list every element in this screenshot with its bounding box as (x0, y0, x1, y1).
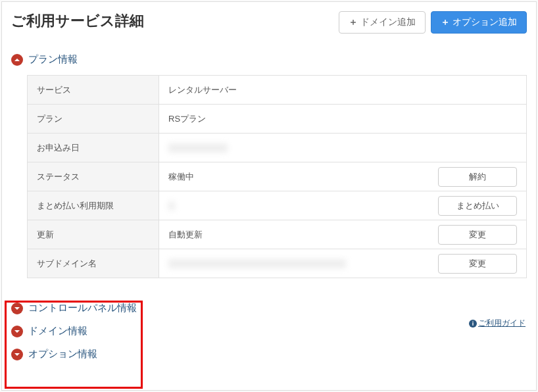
table-row: 更新 自動更新 変更 (28, 220, 526, 249)
header-row: ご利用サービス詳細 ＋ ドメイン追加 ＋ オプション追加 (11, 11, 527, 34)
row-value: RSプラン (168, 113, 206, 125)
add-domain-label: ドメイン追加 (360, 16, 416, 28)
redacted-value (168, 259, 346, 268)
plus-icon: ＋ (441, 16, 450, 28)
section-title-plan: プラン情報 (28, 53, 78, 66)
plus-icon: ＋ (349, 16, 358, 28)
add-option-label: オプション追加 (452, 16, 517, 28)
section-toggle-domain[interactable]: ドメイン情報 (11, 320, 527, 343)
row-value-cell: 自動更新 変更 (159, 220, 526, 249)
row-label: 更新 (28, 220, 159, 249)
chevron-up-icon (11, 54, 23, 66)
table-row: サブドメイン名 変更 (28, 249, 526, 278)
row-label: まとめ払い利用期限 (28, 191, 159, 220)
row-value-cell: 変更 (159, 249, 526, 278)
table-row: まとめ払い利用期限 まとめ払い (28, 191, 526, 220)
row-value-cell: RSプラン (159, 105, 526, 133)
add-domain-button[interactable]: ＋ ドメイン追加 (339, 11, 426, 34)
page-title: ご利用サービス詳細 (11, 11, 144, 31)
row-label: プラン (28, 105, 159, 133)
table-row: プラン RSプラン (28, 105, 526, 134)
row-value: 稼働中 (168, 171, 194, 183)
row-value-cell (159, 134, 526, 162)
chevron-down-icon (11, 349, 23, 360)
help-guide-label: ご利用ガイド (478, 318, 526, 329)
table-row: お申込み日 (28, 134, 526, 162)
table-row: サービス レンタルサーバー (28, 76, 526, 105)
chevron-down-icon (11, 303, 23, 314)
redacted-value (168, 143, 228, 153)
section-toggle-option[interactable]: オプション情報 (11, 343, 527, 366)
collapsed-sections: コントロールパネル情報 ドメイン情報 オプション情報 (11, 297, 527, 366)
info-icon: i (469, 320, 477, 328)
header-buttons: ＋ ドメイン追加 ＋ オプション追加 (339, 11, 527, 34)
section-title-option: オプション情報 (28, 348, 97, 360)
section-title-control-panel: コントロールパネル情報 (28, 302, 137, 314)
row-value-cell: レンタルサーバー (159, 76, 526, 104)
bulk-payment-button[interactable]: まとめ払い (438, 196, 517, 216)
change-subdomain-button[interactable]: 変更 (438, 254, 517, 274)
page-container: ご利用サービス詳細 ＋ ドメイン追加 ＋ オプション追加 プラン情報 サービス … (1, 1, 537, 391)
cancel-contract-button[interactable]: 解約 (438, 167, 517, 187)
row-label: お申込み日 (28, 134, 159, 162)
row-label: ステータス (28, 162, 159, 191)
table-row: ステータス 稼働中 解約 (28, 162, 526, 191)
row-label: サービス (28, 76, 159, 104)
row-label: サブドメイン名 (28, 249, 159, 278)
section-toggle-plan[interactable]: プラン情報 (11, 48, 527, 71)
add-option-button[interactable]: ＋ オプション追加 (431, 11, 527, 34)
row-value-cell: まとめ払い (159, 191, 526, 220)
row-value: レンタルサーバー (168, 84, 237, 96)
section-toggle-control-panel[interactable]: コントロールパネル情報 (11, 297, 527, 320)
plan-info-table: サービス レンタルサーバー プラン RSプラン お申込み日 ステータス 稼働中 … (27, 75, 527, 278)
row-value: 自動更新 (168, 229, 203, 241)
section-title-domain: ドメイン情報 (28, 325, 87, 337)
redacted-value (168, 201, 175, 210)
row-value-cell: 稼働中 解約 (159, 162, 526, 191)
help-guide-link[interactable]: i ご利用ガイド (469, 318, 526, 329)
change-renewal-button[interactable]: 変更 (438, 225, 517, 245)
chevron-down-icon (11, 326, 23, 337)
